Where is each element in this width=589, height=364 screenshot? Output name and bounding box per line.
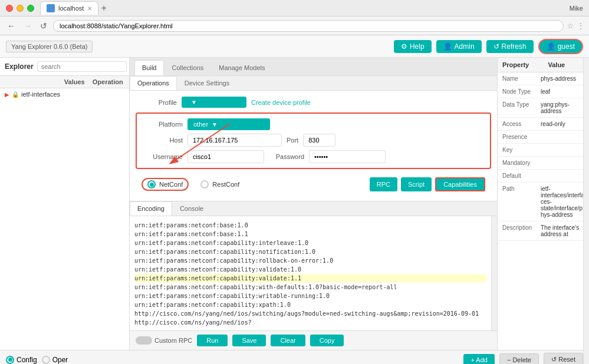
sub-tab-operations[interactable]: Operations [130,76,177,90]
sub-tab-device-settings[interactable]: Device Settings [177,76,237,90]
close-button[interactable] [6,5,13,12]
password-input[interactable] [309,150,386,163]
search-input[interactable] [37,61,127,72]
app-title: Yang Explorer 0.6.0 (Beta) [6,41,93,52]
output-line: urn:ietf:params:netconf:capability:with-… [134,283,486,292]
delete-button[interactable]: − Delete [499,353,539,365]
prop-name: Data Type [498,98,536,117]
property-scrollbar[interactable] [583,58,589,350]
tab-encoding[interactable]: Encoding [130,201,172,216]
maximize-button[interactable] [27,5,34,12]
chevron-down-icon: ▼ [212,121,218,128]
prop-name: Mandatory [498,157,536,169]
output-line: urn:ietf:params:netconf:capability:xpath… [134,300,486,309]
extensions-icon[interactable]: ⋮ [577,22,584,30]
explorer-title: Explorer [5,62,34,71]
username-input[interactable] [187,150,264,163]
restconf-option[interactable]: RestConf [200,180,239,188]
prop-name: Node Type [498,85,536,98]
oper-radio[interactable] [42,356,50,364]
property-rows: Namephys-addressNode TypeleafData Typeya… [498,72,589,350]
tab-manage-models[interactable]: Manage Models [211,60,272,75]
prop-value: leaf [536,85,589,98]
output-line: urn:ietf:params:netconf:capability:valid… [134,274,486,283]
user-label: Mike [570,5,583,12]
save-button[interactable]: Save [232,335,266,346]
address-input[interactable] [53,20,564,32]
explorer-panel: Explorer Values Operation ▶ 🔒 ietf-inter… [0,58,130,350]
create-profile-link[interactable]: Create device profile [251,99,311,106]
admin-icon: 👤 [443,42,452,51]
new-tab-button[interactable]: + [101,3,106,14]
favicon-icon [47,4,55,12]
copy-button[interactable]: Copy [310,335,344,346]
tab-close-icon[interactable]: ✕ [87,5,92,12]
col-operation-header: Operation [91,78,125,85]
help-button[interactable]: ⚙ Help [394,40,432,53]
tab-collections[interactable]: Collections [164,60,211,75]
netconf-radio[interactable] [147,180,156,188]
output-content[interactable]: urn:ietf:params:netconf:base:1.0urn:ietf… [130,216,491,330]
browser-tab[interactable]: localhost ✕ [40,1,98,15]
output-tabs: Encoding Console [130,201,497,216]
add-button[interactable]: + Add [463,354,494,365]
custom-rpc-switch[interactable] [136,336,152,345]
profile-row: Profile ▼ Create device profile [136,97,491,108]
center-panel: Build Collections Manage Models Operatio… [130,58,498,350]
host-input[interactable] [187,134,282,147]
host-label: Host [142,137,183,144]
prop-value [536,170,589,182]
oper-label: Oper [52,356,68,364]
rpc-button[interactable]: RPC [370,177,397,191]
config-option[interactable]: Config [6,356,37,364]
reload-button[interactable]: ↺ [38,20,50,32]
netconf-label: NetConf [159,181,183,188]
platform-select[interactable]: other ▼ [187,118,270,130]
capabilities-button[interactable]: Capabilities [435,177,485,191]
admin-button[interactable]: 👤 Admin [436,40,482,53]
prop-name: Presence [498,131,536,143]
tab-console[interactable]: Console [172,201,211,216]
script-button[interactable]: Script [401,177,432,191]
property-panel: Property Value Namephys-addressNode Type… [498,58,589,350]
prop-value: yang:phys-address [536,98,589,117]
action-buttons: RPC Script Capabilities [370,177,485,191]
property-row: Data Typeyang:phys-address [498,98,589,118]
prop-value: phys-address [536,72,589,85]
minimize-button[interactable] [17,5,24,12]
protocol-row: NetConf RestConf RPC Script Capabilities [136,174,491,195]
oper-option[interactable]: Oper [42,356,68,364]
reset-button[interactable]: ↺ Reset [544,353,583,364]
tree-expand-icon: ▶ [5,91,9,98]
property-row: Accessread-only [498,118,589,131]
forward-button[interactable]: → [21,20,34,32]
prop-name: Access [498,118,536,130]
main-tabs: Build Collections Manage Models [130,58,497,76]
restconf-radio[interactable] [200,180,209,188]
form-area: Profile ▼ Create device profile Platform… [130,91,497,201]
restconf-label: RestConf [212,181,239,188]
property-row: Pathietf-interfaces/interfaces-state/int… [498,183,589,221]
guest-button[interactable]: 👤 guest [538,39,583,54]
refresh-button[interactable]: ↺ Refresh [486,40,534,53]
tree-item-ietf-interfaces[interactable]: ▶ 🔒 ietf-interfaces [0,88,129,100]
prop-value: ietf-interfaces/interfaces-state/interfa… [536,183,589,221]
bookmark-icon[interactable]: ☆ [567,22,574,30]
prop-value [536,157,589,169]
vertical-scrollbar[interactable] [491,216,497,330]
property-row: Namephys-address [498,72,589,85]
netconf-option[interactable]: NetConf [142,178,189,191]
profile-select[interactable]: ▼ [182,97,246,108]
config-radio[interactable] [6,356,14,364]
tab-bar: localhost ✕ + [40,1,570,15]
port-input[interactable] [303,134,335,147]
property-row: Presence [498,131,589,144]
clear-button[interactable]: Clear [271,335,305,346]
output-line: urn:ietf:params:netconf:base:1.1 [134,230,486,239]
output-line: http://cisco.com/ns/yang/ned/ios? [134,318,486,327]
property-row: Default [498,170,589,183]
run-button[interactable]: Run [197,335,228,346]
back-button[interactable]: ← [5,20,18,32]
prop-value: The interface's address at [536,221,589,240]
tab-build[interactable]: Build [134,60,164,75]
